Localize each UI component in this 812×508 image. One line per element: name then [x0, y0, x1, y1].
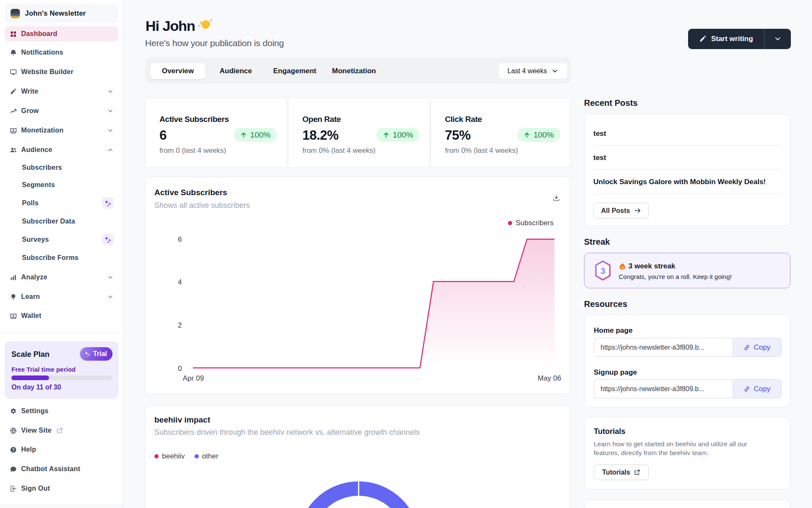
- svg-text:6: 6: [178, 235, 182, 243]
- svg-text:Apr 09: Apr 09: [183, 374, 204, 382]
- svg-text:2: 2: [178, 321, 182, 329]
- svg-text:May 06: May 06: [538, 374, 561, 382]
- svg-text:4: 4: [178, 278, 182, 286]
- svg-text:0: 0: [178, 364, 182, 373]
- svg-text:3: 3: [601, 266, 605, 276]
